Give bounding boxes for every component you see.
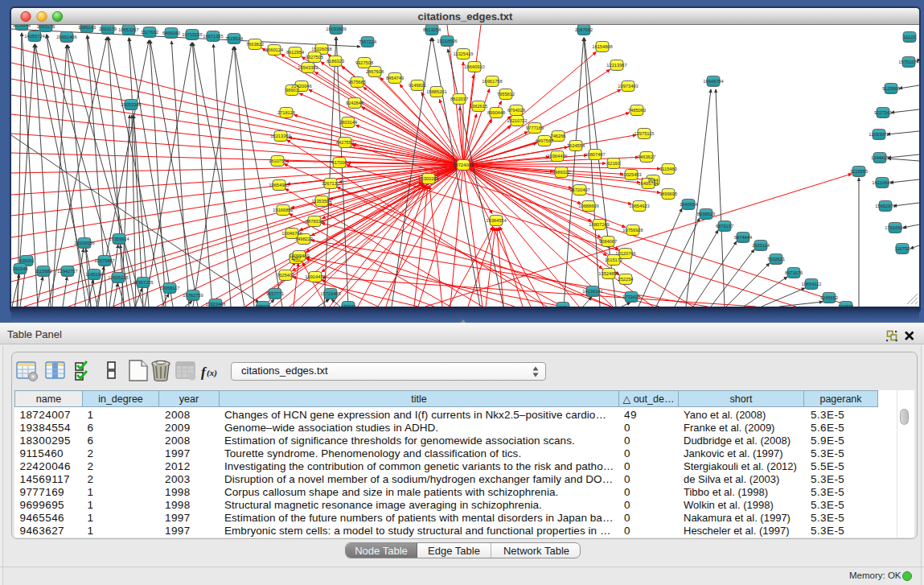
svg-text:25300285: 25300285 [418, 176, 438, 181]
svg-text:2093179: 2093179 [37, 25, 55, 29]
svg-text:3267130: 3267130 [322, 181, 339, 186]
svg-text:9242848: 9242848 [346, 101, 363, 105]
svg-text:15885201: 15885201 [426, 89, 446, 94]
svg-text:15716485: 15716485 [320, 291, 340, 296]
svg-text:10807487: 10807487 [585, 152, 605, 157]
svg-text:18724007: 18724007 [453, 163, 473, 167]
svg-text:9327508: 9327508 [355, 60, 373, 65]
svg-text:12093872: 12093872 [869, 132, 889, 137]
svg-text:11325419: 11325419 [454, 51, 474, 56]
svg-text:18807249: 18807249 [589, 222, 609, 227]
svg-text:62160: 62160 [607, 161, 620, 166]
svg-text:7955812: 7955812 [497, 92, 515, 97]
svg-text:7515524: 7515524 [225, 36, 243, 41]
svg-text:12975115: 12975115 [634, 131, 655, 136]
svg-text:116753: 116753 [895, 246, 910, 251]
svg-text:9899695: 9899695 [659, 192, 677, 196]
svg-text:13524851: 13524851 [598, 271, 618, 276]
svg-text:10719155: 10719155 [182, 32, 202, 37]
svg-text:14099489: 14099489 [289, 253, 309, 258]
svg-text:11123: 11123 [904, 35, 916, 39]
svg-text:16543382: 16543382 [298, 65, 318, 70]
svg-text:16961758: 16961758 [482, 79, 502, 84]
svg-text:417006: 417006 [332, 160, 347, 165]
svg-text:7485063: 7485063 [628, 108, 646, 113]
svg-text:8454749: 8454749 [386, 76, 404, 80]
svg-text:1244415: 1244415 [871, 155, 889, 160]
svg-text:2053143: 2053143 [13, 25, 31, 27]
svg-text:8878334: 8878334 [306, 219, 323, 224]
svg-text:9657771: 9657771 [266, 291, 284, 296]
svg-text:16154808: 16154808 [592, 44, 612, 49]
svg-text:19218506: 19218506 [437, 39, 457, 43]
svg-text:20206556: 20206556 [74, 241, 94, 245]
svg-text:1810755: 1810755 [269, 159, 286, 163]
svg-text:10654112: 10654112 [802, 282, 822, 286]
svg-text:9777169: 9777169 [526, 126, 544, 130]
svg-text:10756928: 10756928 [622, 228, 643, 233]
svg-text:1733426: 1733426 [622, 295, 640, 299]
svg-text:19654985: 19654985 [269, 183, 289, 187]
svg-text:1145194: 1145194 [85, 272, 103, 277]
svg-text:9084067: 9084067 [599, 239, 617, 244]
svg-text:1527602: 1527602 [141, 30, 158, 35]
svg-text:8990448: 8990448 [487, 110, 505, 115]
svg-text:252254: 252254 [618, 277, 634, 282]
svg-text:10973493: 10973493 [618, 84, 638, 89]
svg-text:1362615: 1362615 [470, 104, 487, 109]
svg-text:2087682: 2087682 [575, 27, 593, 32]
svg-text:10688609: 10688609 [578, 204, 598, 208]
svg-text:7357224: 7357224 [359, 39, 376, 44]
svg-text:1115682: 1115682 [35, 269, 51, 274]
svg-text:9327505: 9327505 [306, 55, 323, 60]
svg-text:1640954: 1640954 [680, 202, 697, 207]
svg-text:8427552: 8427552 [336, 140, 354, 145]
svg-text:16033809: 16033809 [326, 27, 346, 31]
svg-text:9245652: 9245652 [820, 295, 838, 300]
svg-text:16210722: 16210722 [507, 118, 527, 123]
svg-text:8660124: 8660124 [265, 47, 283, 52]
svg-text:12213369: 12213369 [270, 134, 290, 138]
svg-text:14055724: 14055724 [24, 34, 44, 39]
svg-text:15751074: 15751074 [898, 60, 918, 64]
svg-text:11353594: 11353594 [312, 199, 332, 204]
svg-text:19384554: 19384554 [486, 218, 506, 223]
svg-text:3675685: 3675685 [348, 80, 366, 84]
svg-text:9115460: 9115460 [659, 167, 677, 171]
svg-text:16782759: 16782759 [183, 293, 203, 298]
svg-text:10046766: 10046766 [281, 231, 302, 236]
svg-text:8186323: 8186323 [326, 59, 344, 64]
svg-text:10975887: 10975887 [94, 258, 114, 263]
svg-text:2867608: 2867608 [366, 69, 384, 74]
svg-text:18640910: 18640910 [464, 64, 484, 69]
svg-text:7632621: 7632621 [767, 257, 785, 262]
svg-text:9463627: 9463627 [638, 154, 655, 159]
svg-text:835061: 835061 [19, 258, 35, 263]
svg-text:391549: 391549 [13, 266, 28, 271]
svg-text:16671355: 16671355 [203, 34, 223, 39]
svg-text:8471676: 8471676 [785, 270, 803, 275]
svg-text:10120746: 10120746 [615, 251, 635, 256]
svg-text:19166852: 19166852 [273, 208, 293, 212]
svg-text:2718126: 2718126 [277, 110, 295, 115]
svg-text:14136141: 14136141 [582, 289, 602, 294]
svg-text:746266: 746266 [551, 134, 566, 138]
svg-text:2093179: 2093179 [99, 27, 117, 31]
svg-text:9129966: 9129966 [882, 86, 900, 91]
svg-text:1498222: 1498222 [295, 237, 313, 241]
svg-text:9474444: 9474444 [734, 235, 752, 240]
svg-text:17359924: 17359924 [109, 237, 129, 241]
svg-text:12942757: 12942757 [57, 269, 77, 274]
svg-text:15692971: 15692971 [875, 204, 895, 208]
svg-text:16210643: 16210643 [872, 180, 892, 185]
svg-text:16495794: 16495794 [638, 181, 658, 186]
svg-text:3215955: 3215955 [850, 169, 868, 174]
svg-text:8822037: 8822037 [450, 97, 468, 101]
svg-text:7986322: 7986322 [552, 170, 570, 175]
svg-text:(x): (x) [207, 368, 217, 378]
svg-text:6466160: 6466160 [162, 31, 180, 35]
svg-text:6497568: 6497568 [536, 138, 553, 143]
svg-text:12213967: 12213967 [606, 63, 626, 68]
svg-text:15720407: 15720407 [569, 187, 589, 192]
svg-text:8813054: 8813054 [423, 27, 441, 32]
